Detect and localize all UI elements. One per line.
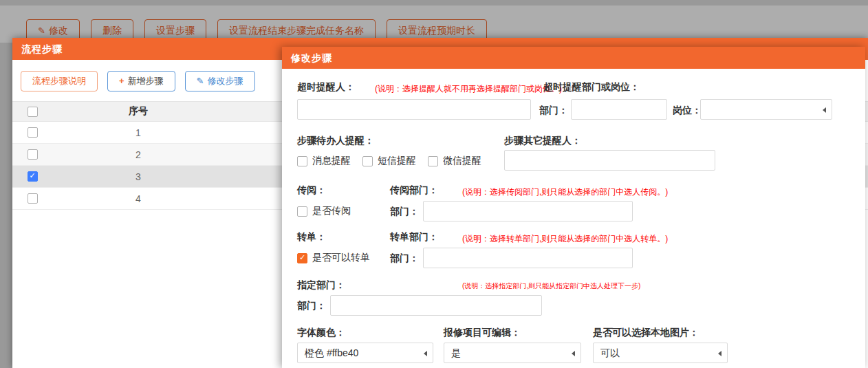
row-checkbox[interactable]	[28, 171, 38, 182]
transfer-checkbox[interactable]	[297, 253, 307, 263]
assign-dept-input[interactable]	[330, 295, 542, 316]
circulate-label: 传阅：	[297, 184, 326, 197]
local-image-select[interactable]: 可以	[593, 343, 728, 363]
wechat-reminder-checkbox[interactable]	[428, 156, 438, 166]
edit-step-button[interactable]: ✎修改步骤	[185, 71, 255, 91]
transfer-dept-title: 转单部门：	[390, 231, 438, 243]
circulate-checkbox[interactable]	[297, 206, 307, 217]
other-reminder-input[interactable]	[504, 150, 715, 171]
assign-dept-label: 指定部门：	[297, 279, 345, 292]
seq-column-header: 序号	[52, 105, 224, 118]
circulate-dept-input[interactable]	[423, 201, 633, 221]
local-image-label: 是否可以选择本地图片：	[593, 327, 699, 339]
row-checkbox[interactable]	[28, 127, 38, 138]
repair-editable-label: 报修项目可编辑：	[444, 327, 521, 339]
pencil-icon: ✎	[197, 76, 204, 86]
sms-reminder-option[interactable]: 短信提醒	[362, 155, 416, 167]
edit-step-modal: 修改步骤 超时提醒人： (说明：选择提醒人就不用再选择提醒部门或岗位。) 超时提…	[282, 47, 865, 368]
row-checkbox[interactable]	[28, 149, 38, 160]
sms-reminder-checkbox[interactable]	[362, 156, 373, 166]
wechat-reminder-option[interactable]: 微信提醒	[428, 155, 481, 167]
message-reminder-checkbox[interactable]	[297, 156, 307, 166]
dropdown-caret-icon	[424, 351, 427, 356]
circulate-dept-title: 传阅部门：	[390, 184, 438, 197]
timeout-post-label: 岗位：	[673, 105, 702, 117]
seq-cell: 2	[52, 149, 224, 160]
timeout-person-label: 超时提醒人：	[297, 81, 355, 94]
timeout-dept-input[interactable]	[571, 99, 667, 120]
add-step-button[interactable]: +新增步骤	[107, 71, 175, 91]
timeout-dept-label: 部门：	[539, 105, 568, 117]
transfer-dept-label: 部门：	[390, 252, 419, 265]
circulate-note: (说明：选择传阅部门,则只能从选择的部门中选人传阅。)	[462, 186, 668, 198]
row-checkbox[interactable]	[28, 193, 38, 204]
timeout-dept-or-post-label: 超时提醒部门或岗位：	[543, 81, 640, 94]
steps-description-button[interactable]: 流程步骤说明	[21, 71, 98, 91]
transfer-label: 转单：	[297, 231, 326, 243]
select-all-checkbox[interactable]	[28, 107, 38, 117]
message-reminder-option[interactable]: 消息提醒	[297, 155, 351, 167]
circulate-option[interactable]: 是否传阅	[297, 205, 351, 217]
assign-dept-field-label: 部门：	[297, 300, 326, 312]
timeout-person-note: (说明：选择提醒人就不用再选择提醒部门或岗位。)	[375, 83, 562, 95]
transfer-note: (说明：选择转单部门,则只能从选择的部门中选人转单。)	[462, 233, 668, 245]
transfer-option[interactable]: 是否可以转单	[297, 252, 370, 264]
font-color-select[interactable]: 橙色 #ffbe40	[297, 343, 433, 363]
assign-dept-note: (说明：选择指定部门,则只能从指定部门中选人处理下一步)	[462, 281, 640, 291]
dropdown-caret-icon	[823, 107, 826, 113]
other-reminder-label: 步骤其它提醒人：	[504, 135, 581, 147]
timeout-post-select[interactable]	[700, 99, 832, 120]
timeout-person-input[interactable]	[297, 99, 531, 120]
edit-step-modal-title: 修改步骤	[282, 47, 865, 69]
seq-cell: 4	[52, 193, 224, 204]
dropdown-caret-icon	[718, 351, 721, 356]
seq-cell: 1	[52, 127, 224, 138]
seq-cell: 3	[52, 171, 224, 182]
todo-reminder-label: 步骤待办人提醒：	[297, 135, 374, 147]
font-color-label: 字体颜色：	[297, 327, 345, 339]
repair-editable-select[interactable]: 是	[444, 343, 581, 363]
transfer-dept-input[interactable]	[423, 248, 633, 268]
plus-icon: +	[119, 76, 124, 86]
dropdown-caret-icon	[572, 351, 575, 356]
circulate-dept-label: 部门：	[390, 206, 419, 218]
